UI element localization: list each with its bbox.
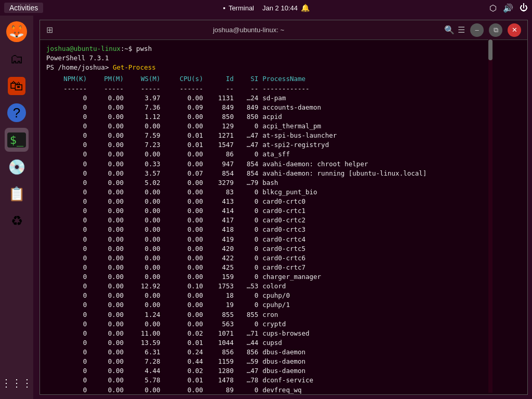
table-cell: 0 (236, 244, 260, 254)
table-cell: 0.00 (163, 188, 205, 197)
activities-button[interactable]: Activities (4, 3, 43, 13)
table-cell: 0.00 (163, 300, 205, 310)
table-cell: 0 (236, 254, 260, 263)
topbar-terminal-label[interactable]: Terminal (229, 4, 254, 12)
table-cell: 0.00 (126, 291, 163, 300)
table-cell: 0.00 (89, 122, 126, 131)
table-cell: 0.00 (126, 263, 163, 272)
table-cell: 0.00 (126, 272, 163, 282)
table-cell: 1.12 (126, 112, 163, 122)
sidebar-item-recycle[interactable]: ♻ (5, 209, 29, 233)
table-cell: 5.78 (126, 376, 163, 385)
table-cell: 0.00 (89, 216, 126, 225)
table-cell: 0.00 (163, 272, 205, 282)
network-icon[interactable]: ⬡ (489, 3, 497, 13)
restore-button[interactable]: ⧉ (489, 23, 502, 37)
sidebar-item-help[interactable]: ? (5, 101, 29, 125)
table-cell: 0 (46, 235, 89, 244)
sidebar-item-terminal[interactable]: $_ (5, 128, 29, 152)
bell-icon[interactable]: 🔔 (301, 4, 310, 12)
col-npm: NPM(K) (46, 74, 89, 84)
table-cell: card0-crtc6 (260, 254, 521, 263)
sidebar-item-firefox[interactable]: 🦊 (5, 20, 29, 44)
table-cell: 0 (46, 122, 89, 131)
table-cell: 0.01 (163, 376, 205, 385)
table-cell: 0 (46, 206, 89, 216)
table-row: 00.007.590.011271…47at-spi-bus-launcher (46, 131, 521, 140)
sidebar-item-notepad[interactable]: 📋 (5, 182, 29, 206)
table-cell: 0.33 (126, 159, 163, 169)
table-cell: 855 (236, 310, 260, 320)
table-cell: 159 (205, 272, 236, 282)
table-cell: 0.00 (126, 216, 163, 225)
table-cell: 0.00 (89, 112, 126, 122)
table-cell: 0.00 (126, 150, 163, 159)
terminal-app-icon: $_ (7, 132, 26, 148)
table-cell: 0 (236, 188, 260, 197)
table-cell: 0 (46, 169, 89, 178)
table-cell: 0 (46, 338, 89, 348)
table-row: 00.000.000.004130card0-crtc0 (46, 197, 521, 206)
table-cell: 19 (205, 300, 236, 310)
table-cell: 0 (236, 300, 260, 310)
table-cell: …79 (236, 178, 260, 188)
table-cell: charger_manager (260, 272, 521, 282)
table-cell: 0.00 (163, 263, 205, 272)
table-cell: cups-browsed (260, 329, 521, 338)
ps-version-line: PowerShell 7.3.1 (46, 54, 521, 63)
table-row: 00.001.120.00850850acpid (46, 112, 521, 122)
table-cell: card0-crtc7 (260, 263, 521, 272)
sidebar-item-files[interactable]: 🗂 (5, 47, 29, 71)
sidebar-item-disk[interactable]: 💿 (5, 155, 29, 179)
table-cell: …47 (236, 366, 260, 376)
table-row: 00.001.240.00855855cron (46, 310, 521, 320)
search-icon[interactable]: 🔍 (444, 25, 455, 35)
scrollbar[interactable] (488, 39, 493, 393)
table-cell: 0 (46, 188, 89, 197)
table-cell: 0.00 (89, 320, 126, 329)
table-cell: accounts-daemon (260, 103, 521, 112)
table-cell: 0.00 (126, 385, 163, 395)
table-cell: 0.00 (89, 197, 126, 206)
volume-icon[interactable]: 🔊 (503, 3, 513, 13)
table-cell: 0 (236, 320, 260, 329)
sidebar: 🦊 🗂 🛍 ? $_ 💿 📋 ♻ ⋮⋮⋮ (0, 16, 33, 399)
table-row: 00.000.000.00890devfreq_wq (46, 385, 521, 395)
ps-prompt-line: PS /home/joshua> Get-Process (46, 63, 521, 72)
minimize-button[interactable]: – (470, 23, 484, 37)
table-cell: bash (260, 178, 521, 188)
table-cell: 0.00 (89, 282, 126, 291)
topbar-center: ▪ Terminal Jan 2 10:44 🔔 (223, 4, 310, 12)
table-cell: …47 (236, 131, 260, 140)
table-cell: 0 (46, 244, 89, 254)
table-cell: 0.00 (163, 216, 205, 225)
appgrid-icon: ⋮⋮⋮ (1, 377, 32, 389)
table-cell: 0 (46, 282, 89, 291)
table-cell: 0.00 (126, 197, 163, 206)
process-table-body: 00.003.970.001131…24sd-pam00.007.360.098… (46, 94, 521, 394)
table-cell: cupsd (260, 338, 521, 348)
terminal-body[interactable]: joshua@ubuntu-linux:~$ pwsh PowerShell 7… (40, 40, 527, 394)
scrollbar-thumb[interactable] (488, 39, 493, 60)
table-row: 00.000.000.004190card0-crtc4 (46, 235, 521, 244)
table-row: 00.005.020.003279…79bash (46, 178, 521, 188)
table-cell: 0.00 (163, 320, 205, 329)
table-row: 00.0012.920.101753…53colord (46, 282, 521, 291)
sidebar-item-appgrid[interactable]: ⋮⋮⋮ (5, 371, 29, 395)
close-button[interactable]: ✕ (508, 23, 521, 37)
table-cell: 7.36 (126, 103, 163, 112)
table-cell: 850 (205, 112, 236, 122)
table-cell: …44 (236, 338, 260, 348)
hamburger-icon[interactable]: ☰ (458, 25, 465, 35)
table-cell: 0.00 (89, 188, 126, 197)
power-icon[interactable]: ⏻ (520, 3, 528, 12)
table-cell: 0.00 (126, 225, 163, 234)
recycle-icon: ♻ (11, 213, 23, 229)
table-cell: card0-crtc2 (260, 216, 521, 225)
table-cell: 0.00 (126, 254, 163, 263)
sidebar-item-software[interactable]: 🛍 (5, 74, 29, 98)
table-cell: 0.00 (89, 310, 126, 320)
table-cell: 854 (236, 169, 260, 178)
table-cell: 0.00 (163, 197, 205, 206)
table-cell: 0.00 (89, 150, 126, 159)
